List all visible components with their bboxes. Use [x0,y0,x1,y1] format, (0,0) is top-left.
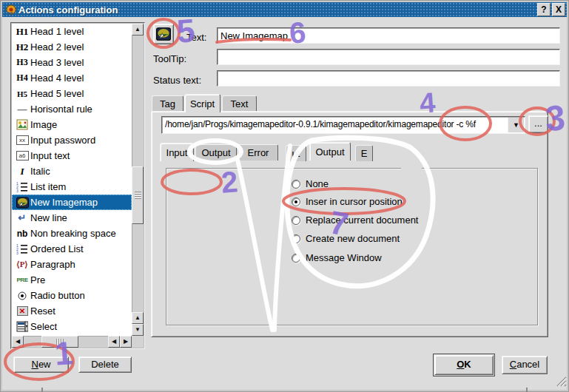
radio-icon[interactable] [292,180,300,189]
radio-icon[interactable] [292,216,300,225]
action-icon-button[interactable] [153,24,174,44]
radio-button-icon [14,291,30,301]
list-item-selected[interactable]: New Imagemap [12,195,132,210]
text-input[interactable] [217,27,560,44]
scroll-left-arrow-icon[interactable]: ◀ [12,336,24,348]
scroll-up-arrow-icon[interactable]: ▲ [132,24,144,36]
tooltip-input[interactable] [217,49,560,65]
radio-icon[interactable] [292,254,300,263]
imagemap-icon [156,27,171,44]
delete-button[interactable]: Delete [78,356,132,373]
overlay-tab-ut[interactable]: ut [286,145,306,161]
scroll-down-arrow-icon[interactable]: ▼ [132,324,144,336]
list-item[interactable]: Radio button [12,288,132,303]
list-item[interactable]: nbNon breaking space [12,226,132,241]
list-item[interactable]: 123Ordered List [12,241,132,257]
list-item-label: Radio button [30,290,85,301]
radio-icon[interactable] [292,234,300,243]
list-item[interactable]: xxInput password [12,132,132,148]
radio-label: Replace current document [306,214,418,226]
h5-icon: H5 [14,89,30,98]
text-field-label: Text: [186,32,206,43]
horizontal-rule-icon: — [14,104,30,115]
list-item-label: Head 5 level [30,88,84,99]
inner-tab-output[interactable]: Output [195,144,237,160]
list-item-label: New line [30,212,67,223]
radio-option[interactable]: Message Window [292,251,382,264]
image-icon [14,119,30,130]
list-item[interactable]: —Horisontal rule [12,101,132,117]
radio-option[interactable]: Replace current document [292,214,418,226]
list-item-label: Head 3 level [30,57,84,68]
list-item[interactable]: ✕Reset [12,303,132,319]
resize-grip[interactable] [554,374,567,390]
close-button[interactable]: X [552,3,565,16]
paragraph-icon: ⟨P⟩ [14,260,30,269]
svg-text:3: 3 [16,189,18,192]
list-item-icon: 123 [14,181,30,192]
select-icon [14,321,30,332]
list-item[interactable]: ↵New line [12,210,132,226]
ok-button[interactable]: OK [434,355,494,375]
output-tab-fragment: utOutputE NoneInser in cursor positionRe… [284,138,422,272]
list-item[interactable]: Image [12,117,132,132]
command-combobox[interactable]: /home/jan/Progs/kimagemapeditor-0.9.1/ki… [161,116,525,134]
italic-icon: I [14,166,30,178]
list-item[interactable]: ⟨P⟩Paragraph [12,257,132,272]
new-line-icon: ↵ [14,212,30,223]
overlay-tab-output[interactable]: Output [309,142,351,160]
vertical-scrollbar-thumb[interactable] [132,166,144,224]
radio-option[interactable]: None [292,178,329,190]
horizontal-scrollbar-thumb[interactable] [41,336,78,348]
chevron-down-icon[interactable]: ▼ [508,118,524,132]
list-item[interactable]: PREPre [12,272,132,288]
command-text: /home/jan/Progs/kimagemapeditor-0.9.1/ki… [165,119,505,129]
list-item[interactable]: Select [12,319,132,334]
radio-dot [294,200,297,203]
radio-option[interactable]: Create new document [292,232,400,245]
list-item-label: Pre [30,274,45,285]
list-item[interactable]: 123List item [12,179,132,195]
vertical-scrollbar[interactable]: ▲ ▲ ▼ [132,24,144,336]
h1-icon: H1 [14,26,30,38]
list-item[interactable]: H4Head 4 level [12,70,132,86]
scroll-right-arrow-icon[interactable]: ▶ [120,336,132,348]
list-item[interactable]: IItalic [12,163,132,179]
inner-tab-error[interactable]: Error [238,144,278,160]
list-item[interactable]: H3Head 3 level [12,55,132,70]
h4-icon: H4 [14,72,30,84]
h2-icon: H2 [14,41,30,53]
list-item-label: Head 1 level [30,26,84,37]
tab-tag[interactable]: Tag [152,95,184,112]
frame-notch [526,388,528,392]
inner-tab-input[interactable]: Input [160,143,194,161]
list-item[interactable]: H5Head 5 level [12,86,132,101]
ok-button-frame: OK [433,354,495,376]
help-button[interactable]: ? [537,3,551,16]
radio-label: None [306,178,329,189]
tab-text[interactable]: Text [222,95,257,112]
status-text-input[interactable] [217,70,560,87]
input-text-icon: a6 [14,151,30,160]
horizontal-scrollbar[interactable]: ◀ ◀ ▶ [12,336,132,348]
new-button[interactable]: New [13,356,69,373]
ordered-list-icon: 123 [14,243,30,254]
radio-option[interactable]: Inser in cursor position [292,195,403,208]
input-password-icon: xx [14,135,30,145]
frame-notch [41,388,43,392]
browse-button[interactable]: ... [528,115,548,133]
radio-selected-icon[interactable] [292,197,300,206]
list-item-label: Ordered List [30,243,84,254]
list-item[interactable]: a6Input text [12,148,132,163]
tab-script[interactable]: Script [184,94,220,112]
scroll-up-arrow-icon[interactable]: ▲ [132,312,144,324]
list-item[interactable]: H1Head 1 level [12,24,132,39]
cancel-button[interactable]: Cancel [502,356,548,374]
list-item-label: Head 2 level [30,41,84,53]
scroll-left-arrow-icon[interactable]: ◀ [108,336,120,348]
list-item[interactable]: H2Head 2 level [12,39,132,55]
radio-label: Message Window [306,252,382,263]
list-item-label: Input text [30,150,70,161]
overlay-tab-e[interactable]: E [355,145,373,161]
window-icon[interactable] [6,4,16,18]
